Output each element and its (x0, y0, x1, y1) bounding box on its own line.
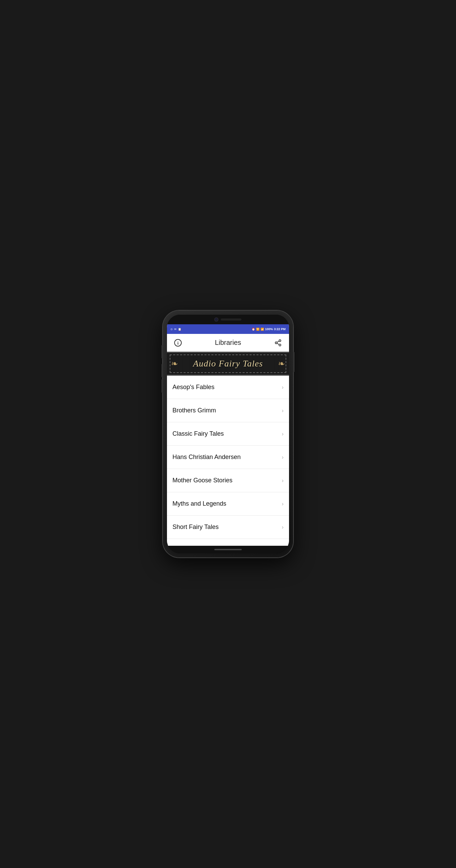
status-battery: 100% (265, 327, 273, 331)
home-indicator (214, 549, 242, 550)
camera (215, 318, 218, 321)
chevron-right-icon: › (282, 454, 284, 460)
banner-inner: Audio Fairy Tales (170, 354, 286, 373)
svg-line-5 (277, 343, 279, 345)
phone-bottom-bar (167, 546, 289, 553)
status-time: 3:22 PM (274, 327, 286, 331)
list-item-label: Aesop's Fables (172, 384, 215, 391)
status-left-icons: ⊙ ✉ 📋 (170, 328, 181, 331)
list-item-label: Mother Goose Stories (172, 477, 232, 484)
status-wifi: 🛜 (256, 328, 260, 331)
status-icon-sync: ⊙ (170, 328, 173, 331)
status-alarm: ⏰ (252, 328, 255, 331)
list-item-label: Brothers Grimm (172, 407, 216, 414)
chevron-right-icon: › (282, 501, 284, 507)
status-icon-notification: 📋 (178, 328, 181, 331)
list-item-myths-and-legends[interactable]: Myths and Legends › (167, 492, 289, 516)
list-item-longer-fairy-tales[interactable]: Longer Fairy Tales › (167, 539, 289, 546)
app-bar: i Libraries (167, 334, 289, 352)
status-icon-mail: ✉ (174, 328, 177, 331)
list-item-label: Short Fairy Tales (172, 523, 219, 531)
svg-line-6 (277, 341, 279, 342)
chevron-right-icon: › (282, 384, 284, 390)
share-button[interactable] (272, 337, 284, 349)
chevron-right-icon: › (282, 408, 284, 414)
page-title: Libraries (184, 339, 272, 347)
list-item-short-fairy-tales[interactable]: Short Fairy Tales › (167, 516, 289, 539)
svg-text:i: i (177, 340, 179, 345)
banner-title: Audio Fairy Tales (193, 359, 263, 369)
status-right-info: ⏰ 🛜 📶 100% 3:22 PM (252, 327, 286, 331)
screen: ⊙ ✉ 📋 ⏰ 🛜 📶 100% 3:22 PM i (167, 324, 289, 546)
list-item-aesops-fables[interactable]: Aesop's Fables › (167, 376, 289, 399)
list-item-label: Hans Christian Andersen (172, 454, 241, 461)
list-item-hans-christian-andersen[interactable]: Hans Christian Andersen › (167, 446, 289, 469)
status-bar: ⊙ ✉ 📋 ⏰ 🛜 📶 100% 3:22 PM (167, 324, 289, 334)
info-button[interactable]: i (172, 337, 184, 349)
phone-screen: ⊙ ✉ 📋 ⏰ 🛜 📶 100% 3:22 PM i (167, 315, 289, 553)
list-item-brothers-grimm[interactable]: Brothers Grimm › (167, 399, 289, 422)
phone-frame: ⊙ ✉ 📋 ⏰ 🛜 📶 100% 3:22 PM i (163, 311, 293, 557)
chevron-right-icon: › (282, 431, 284, 437)
list-item-label: Classic Fairy Tales (172, 430, 224, 437)
speaker (221, 318, 241, 321)
chevron-right-icon: › (282, 524, 284, 530)
library-list: Aesop's Fables › Brothers Grimm › Classi… (167, 376, 289, 546)
phone-top-bar (167, 315, 289, 324)
chevron-right-icon: › (282, 478, 284, 484)
status-signal: 📶 (261, 328, 264, 331)
app-banner: Audio Fairy Tales (167, 352, 289, 376)
list-item-label: Myths and Legends (172, 500, 226, 507)
list-item-classic-fairy-tales[interactable]: Classic Fairy Tales › (167, 422, 289, 446)
list-item-mother-goose-stories[interactable]: Mother Goose Stories › (167, 469, 289, 492)
